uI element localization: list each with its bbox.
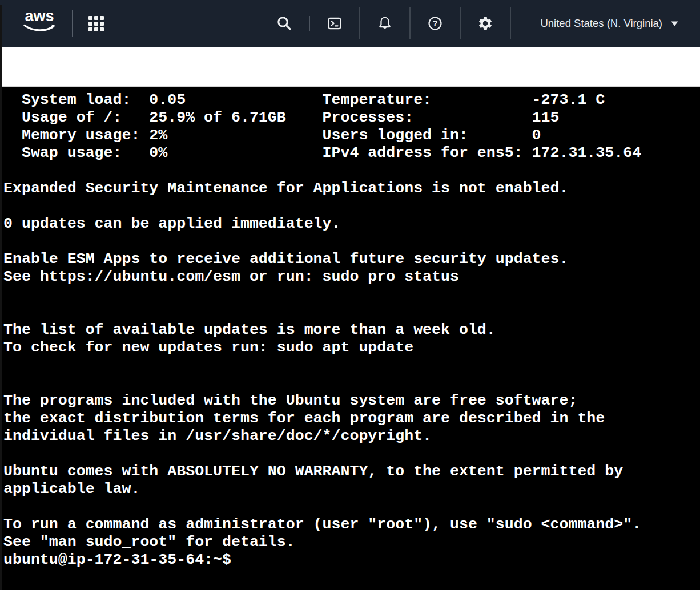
region-selector[interactable]: United States (N. Virginia): [540, 17, 678, 30]
cloudshell-button[interactable]: [322, 11, 347, 36]
bell-icon: [377, 15, 393, 31]
aws-logo-button[interactable]: aws: [23, 9, 56, 39]
apps-grid-icon: [88, 16, 104, 31]
shell-prompt: ubuntu@ip-172-31-35-64:~$: [3, 551, 700, 569]
divider: [460, 7, 461, 39]
aws-console-header: aws: [0, 0, 700, 47]
gear-icon: [477, 15, 493, 31]
divider: [309, 16, 310, 31]
search-icon: [276, 15, 293, 32]
search-button[interactable]: [272, 11, 297, 36]
help-button[interactable]: ?: [423, 11, 448, 36]
question-circle-icon: ?: [427, 15, 443, 31]
terminal-icon: [327, 15, 343, 31]
divider: [359, 7, 360, 39]
divider: [409, 7, 411, 39]
divider: [510, 7, 511, 39]
terminal[interactable]: System load: 0.05 Temperature: -273.1 C …: [0, 87, 700, 589]
aws-smile-icon: [23, 24, 56, 33]
header-actions: ? United States (N. Virginia): [272, 7, 678, 39]
services-menu-button[interactable]: [83, 11, 108, 36]
notifications-button[interactable]: [372, 11, 397, 36]
divider: [72, 10, 73, 37]
settings-button[interactable]: [473, 11, 498, 36]
aws-logo: aws: [25, 9, 54, 23]
chevron-down-icon: [671, 21, 678, 26]
region-label: United States (N. Virginia): [540, 17, 662, 30]
screen-edge: [0, 5, 2, 590]
content-strip: [0, 47, 700, 87]
terminal-motd: System load: 0.05 Temperature: -273.1 C …: [3, 91, 700, 551]
svg-text:?: ?: [433, 19, 438, 28]
